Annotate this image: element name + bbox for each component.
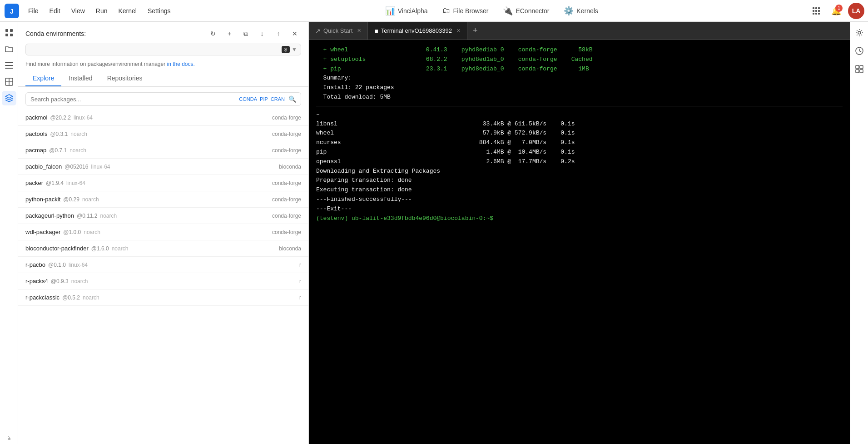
env-selector[interactable]: $ ▼ <box>25 44 301 55</box>
svg-line-24 <box>859 51 861 52</box>
add-tab-button[interactable]: + <box>467 22 483 40</box>
nav-econnector[interactable]: 🔌 EConnector <box>496 3 556 19</box>
list-item[interactable]: packageurl-python @0.11.2 noarch conda-f… <box>18 208 308 224</box>
pkg-arch: linux-64 <box>69 262 88 268</box>
close-panel-btn[interactable]: ✕ <box>288 27 301 40</box>
list-item[interactable]: wdl-packager @1.0.0 noarch conda-forge <box>18 224 308 240</box>
search-tag-conda[interactable]: CONDA <box>239 96 257 102</box>
pkg-arch: noarch <box>82 196 99 203</box>
terminal-line: (testenv) ub-lalit-e33d9fbdb4e96d0@bioco… <box>316 214 843 224</box>
add-env-btn[interactable]: + <box>223 27 236 40</box>
tab-quickstart-close[interactable]: ✕ <box>357 28 361 34</box>
pkg-version: @0.7.1 <box>49 147 67 154</box>
list-item[interactable]: r-packclassic @0.5.2 noarch r <box>18 289 308 306</box>
right-sidebar <box>850 22 868 444</box>
tab-repositories[interactable]: Repositories <box>100 71 150 86</box>
tab-explore[interactable]: Explore <box>25 71 61 86</box>
svg-rect-3 <box>815 7 817 9</box>
right-clock-btn[interactable] <box>852 44 867 58</box>
nav-kernels[interactable]: ⚙️ Kernels <box>556 3 605 19</box>
svg-rect-4 <box>818 7 820 9</box>
list-item[interactable]: r-pacbo @0.1.0 linux-64 r <box>18 257 308 273</box>
terminal-line: + pip 23.3.1 pyhd8ed1ab_0 conda-forge 1M… <box>316 65 843 74</box>
upload-env-btn[interactable]: ↑ <box>272 27 285 40</box>
svg-rect-17 <box>5 68 13 69</box>
terminal-line: Executing transaction: done <box>316 185 843 195</box>
right-settings-btn[interactable] <box>852 25 867 40</box>
pkg-name: pacmap <box>25 147 46 154</box>
menu-kernel[interactable]: Kernel <box>114 5 141 16</box>
list-item[interactable]: python-packit @0.29 noarch conda-forge <box>18 191 308 208</box>
quickstart-icon: ↗ <box>315 27 321 35</box>
menu-items: File Edit View Run Kernel Settings <box>24 5 175 16</box>
notification-badge: 1 <box>835 5 843 12</box>
sidebar-folder-btn[interactable] <box>2 42 16 56</box>
search-icon[interactable]: 🔍 <box>288 95 296 103</box>
list-item[interactable]: pacmap @0.7.1 noarch conda-forge <box>18 142 308 159</box>
pkg-version: @052016 <box>64 164 88 170</box>
list-item[interactable]: packmol @20.2.2 linux-64 conda-forge <box>18 110 308 126</box>
terminal-line: Install: 22 packages <box>316 83 843 93</box>
package-list: packmol @20.2.2 linux-64 conda-forge pac… <box>18 110 308 444</box>
nav-file-browser[interactable]: 🗂 File Browser <box>435 3 496 19</box>
notification-button[interactable]: 🔔 1 <box>828 3 844 19</box>
search-tags: CONDA PIP CRAN <box>239 96 285 102</box>
env-chevron-icon[interactable]: ▼ <box>292 46 297 53</box>
terminal-content[interactable]: + wheel 0.41.3 pyhd8ed1ab_0 conda-forge … <box>309 40 850 444</box>
env-selector-input[interactable] <box>30 46 280 53</box>
terminal-line: Total download: 5MB <box>316 93 843 102</box>
pkg-arch: noarch <box>69 147 86 154</box>
pkg-channel: conda-forge <box>272 196 301 203</box>
menu-edit[interactable]: Edit <box>45 5 65 16</box>
refresh-btn[interactable]: ↻ <box>207 27 219 40</box>
copy-env-btn[interactable]: ⧉ <box>239 27 252 40</box>
pkg-info-link[interactable]: in the docs. <box>167 61 195 67</box>
pkg-channel: conda-forge <box>272 229 301 235</box>
sidebar-list-btn[interactable] <box>2 58 16 73</box>
search-tag-pip[interactable]: PIP <box>260 96 268 102</box>
pkg-version: @0.5.2 <box>62 294 80 301</box>
grid-menu-button[interactable] <box>808 3 824 19</box>
sidebar-grid-btn[interactable] <box>2 25 16 40</box>
terminal-separator <box>316 106 843 106</box>
list-item[interactable]: pactools @0.3.1 noarch conda-forge <box>18 126 308 142</box>
nav-vinci-alpha[interactable]: 📊 VinciAlpha <box>378 3 435 19</box>
pkg-arch: linux-64 <box>74 115 93 121</box>
terminal-line: Summary: <box>316 74 843 83</box>
tab-terminal-close[interactable]: ✕ <box>456 28 461 34</box>
svg-rect-15 <box>5 62 13 63</box>
svg-rect-8 <box>813 13 814 15</box>
pkg-channel: conda-forge <box>272 131 301 137</box>
menu-run[interactable]: Run <box>91 5 112 16</box>
right-extensions-btn[interactable] <box>852 62 867 76</box>
search-tag-cran[interactable]: CRAN <box>271 96 285 102</box>
user-avatar[interactable]: LA <box>848 3 864 19</box>
pkg-channel: bioconda <box>279 164 301 170</box>
menu-settings[interactable]: Settings <box>143 5 175 16</box>
pkg-channel: bioconda <box>279 245 301 252</box>
list-item[interactable]: r-packs4 @0.9.3 noarch r <box>18 273 308 289</box>
pkg-header: Conda environments: ↻ + ⧉ ↓ ↑ ✕ <box>18 22 308 44</box>
svg-text:J: J <box>10 8 14 15</box>
list-item[interactable]: pacbio_falcon @052016 linux-64 bioconda <box>18 159 308 175</box>
svg-rect-26 <box>860 65 863 69</box>
menu-file[interactable]: File <box>24 5 43 16</box>
pkg-info-text: Find more information on packages/enviro… <box>25 61 167 67</box>
search-input[interactable] <box>30 96 235 103</box>
env-badge: $ <box>282 46 290 53</box>
pkg-version: @1.0.0 <box>63 229 81 235</box>
list-item[interactable]: bioconductor-packfinder @1.6.0 noarch bi… <box>18 240 308 257</box>
download-env-btn[interactable]: ↓ <box>256 27 268 40</box>
tab-terminal[interactable]: ■ Terminal envO1698803392 ✕ <box>368 22 467 40</box>
pkg-name: packer <box>25 180 43 186</box>
menubar-right: 🔔 1 LA <box>808 3 864 19</box>
tab-quickstart[interactable]: ↗ Quick Start ✕ <box>309 22 368 40</box>
sidebar-layers-btn[interactable] <box>2 91 16 105</box>
terminal-icon: ■ <box>374 27 378 35</box>
menu-view[interactable]: View <box>67 5 89 16</box>
list-item[interactable]: packer @1.9.4 linux-64 conda-forge <box>18 175 308 191</box>
sidebar-dashboard-btn[interactable] <box>2 75 16 89</box>
pkg-info: Find more information on packages/enviro… <box>18 59 308 71</box>
terminal-line: Downloading and Extracting Packages <box>316 167 843 176</box>
tab-installed[interactable]: Installed <box>61 71 99 86</box>
